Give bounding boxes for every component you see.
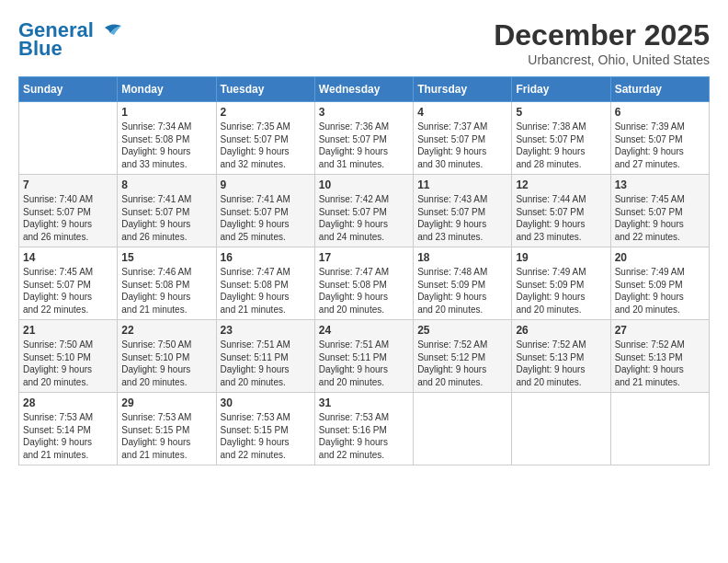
day-number: 25	[417, 324, 507, 337]
day-number: 5	[516, 106, 606, 119]
day-info: Sunrise: 7:34 AM Sunset: 5:08 PM Dayligh…	[121, 121, 211, 170]
day-info: Sunrise: 7:49 AM Sunset: 5:09 PM Dayligh…	[615, 266, 705, 316]
day-number: 20	[615, 251, 705, 264]
weekday-header-friday: Friday	[512, 77, 610, 102]
calendar-cell: 15Sunrise: 7:46 AM Sunset: 5:08 PM Dayli…	[118, 247, 216, 320]
calendar-cell: 23Sunrise: 7:51 AM Sunset: 5:11 PM Dayli…	[216, 320, 314, 393]
calendar-cell: 1Sunrise: 7:34 AM Sunset: 5:08 PM Daylig…	[118, 102, 216, 175]
day-number: 19	[516, 251, 606, 264]
weekday-header-monday: Monday	[118, 77, 216, 102]
day-number: 9	[221, 178, 311, 191]
logo: General Blue	[18, 18, 123, 61]
day-number: 30	[221, 396, 311, 409]
day-number: 15	[121, 251, 211, 264]
day-number: 1	[121, 106, 211, 119]
day-info: Sunrise: 7:40 AM Sunset: 5:07 PM Dayligh…	[23, 193, 113, 243]
calendar-week-row: 28Sunrise: 7:53 AM Sunset: 5:14 PM Dayli…	[19, 393, 710, 465]
calendar-cell: 9Sunrise: 7:41 AM Sunset: 5:07 PM Daylig…	[216, 175, 314, 247]
day-number: 6	[615, 106, 705, 119]
day-number: 16	[221, 251, 311, 264]
day-number: 8	[121, 178, 211, 191]
page-header: General Blue December 2025 Urbancrest, O…	[18, 18, 710, 67]
day-info: Sunrise: 7:50 AM Sunset: 5:10 PM Dayligh…	[23, 339, 113, 388]
calendar-cell: 7Sunrise: 7:40 AM Sunset: 5:07 PM Daylig…	[19, 175, 118, 247]
logo-bird-icon	[96, 20, 123, 40]
day-info: Sunrise: 7:35 AM Sunset: 5:07 PM Dayligh…	[221, 121, 311, 170]
calendar-body: 1Sunrise: 7:34 AM Sunset: 5:08 PM Daylig…	[19, 102, 710, 465]
logo-blue-text: Blue	[18, 37, 63, 61]
calendar-cell: 13Sunrise: 7:45 AM Sunset: 5:07 PM Dayli…	[610, 175, 709, 247]
day-info: Sunrise: 7:53 AM Sunset: 5:15 PM Dayligh…	[121, 411, 211, 461]
day-number: 3	[319, 106, 409, 119]
day-info: Sunrise: 7:48 AM Sunset: 5:09 PM Dayligh…	[417, 266, 507, 316]
day-number: 21	[23, 324, 113, 337]
day-info: Sunrise: 7:52 AM Sunset: 5:13 PM Dayligh…	[516, 339, 606, 388]
calendar-cell: 17Sunrise: 7:47 AM Sunset: 5:08 PM Dayli…	[314, 247, 413, 320]
calendar-week-row: 7Sunrise: 7:40 AM Sunset: 5:07 PM Daylig…	[19, 175, 710, 247]
calendar-cell: 6Sunrise: 7:39 AM Sunset: 5:07 PM Daylig…	[610, 102, 709, 175]
calendar-cell: 18Sunrise: 7:48 AM Sunset: 5:09 PM Dayli…	[414, 247, 512, 320]
weekday-header-wednesday: Wednesday	[314, 77, 413, 102]
day-number: 28	[23, 396, 113, 409]
day-info: Sunrise: 7:47 AM Sunset: 5:08 PM Dayligh…	[319, 266, 409, 316]
weekday-header-sunday: Sunday	[19, 77, 118, 102]
day-info: Sunrise: 7:38 AM Sunset: 5:07 PM Dayligh…	[516, 121, 606, 170]
weekday-header-saturday: Saturday	[610, 77, 709, 102]
calendar-cell: 19Sunrise: 7:49 AM Sunset: 5:09 PM Dayli…	[512, 247, 610, 320]
calendar-cell: 24Sunrise: 7:51 AM Sunset: 5:11 PM Dayli…	[314, 320, 413, 393]
day-number: 4	[417, 106, 507, 119]
calendar-cell: 26Sunrise: 7:52 AM Sunset: 5:13 PM Dayli…	[512, 320, 610, 393]
day-info: Sunrise: 7:41 AM Sunset: 5:07 PM Dayligh…	[121, 193, 211, 243]
weekday-header-thursday: Thursday	[414, 77, 512, 102]
weekday-header-row: SundayMondayTuesdayWednesdayThursdayFrid…	[19, 77, 710, 102]
calendar-cell: 2Sunrise: 7:35 AM Sunset: 5:07 PM Daylig…	[216, 102, 314, 175]
calendar-cell: 8Sunrise: 7:41 AM Sunset: 5:07 PM Daylig…	[118, 175, 216, 247]
day-number: 31	[319, 396, 409, 409]
calendar-header: SundayMondayTuesdayWednesdayThursdayFrid…	[19, 77, 710, 102]
calendar-cell: 10Sunrise: 7:42 AM Sunset: 5:07 PM Dayli…	[314, 175, 413, 247]
day-info: Sunrise: 7:50 AM Sunset: 5:10 PM Dayligh…	[121, 339, 211, 388]
day-info: Sunrise: 7:36 AM Sunset: 5:07 PM Dayligh…	[319, 121, 409, 170]
day-number: 23	[221, 324, 311, 337]
day-number: 18	[417, 251, 507, 264]
day-info: Sunrise: 7:39 AM Sunset: 5:07 PM Dayligh…	[615, 121, 705, 170]
calendar-cell: 29Sunrise: 7:53 AM Sunset: 5:15 PM Dayli…	[118, 393, 216, 465]
day-info: Sunrise: 7:43 AM Sunset: 5:07 PM Dayligh…	[417, 193, 507, 243]
day-info: Sunrise: 7:46 AM Sunset: 5:08 PM Dayligh…	[121, 266, 211, 316]
day-number: 27	[615, 324, 705, 337]
calendar-cell: 5Sunrise: 7:38 AM Sunset: 5:07 PM Daylig…	[512, 102, 610, 175]
calendar-cell: 27Sunrise: 7:52 AM Sunset: 5:13 PM Dayli…	[610, 320, 709, 393]
calendar-table: SundayMondayTuesdayWednesdayThursdayFrid…	[18, 76, 710, 465]
calendar-cell: 4Sunrise: 7:37 AM Sunset: 5:07 PM Daylig…	[414, 102, 512, 175]
day-number: 11	[417, 178, 507, 191]
calendar-cell: 30Sunrise: 7:53 AM Sunset: 5:15 PM Dayli…	[216, 393, 314, 465]
day-info: Sunrise: 7:49 AM Sunset: 5:09 PM Dayligh…	[516, 266, 606, 316]
day-info: Sunrise: 7:51 AM Sunset: 5:11 PM Dayligh…	[319, 339, 409, 388]
calendar-cell: 3Sunrise: 7:36 AM Sunset: 5:07 PM Daylig…	[314, 102, 413, 175]
day-info: Sunrise: 7:53 AM Sunset: 5:14 PM Dayligh…	[23, 411, 113, 461]
calendar-week-row: 1Sunrise: 7:34 AM Sunset: 5:08 PM Daylig…	[19, 102, 710, 175]
calendar-cell: 21Sunrise: 7:50 AM Sunset: 5:10 PM Dayli…	[19, 320, 118, 393]
calendar-cell	[19, 102, 118, 175]
day-number: 24	[319, 324, 409, 337]
location: Urbancrest, Ohio, United States	[494, 52, 710, 67]
calendar-cell	[610, 393, 709, 465]
day-info: Sunrise: 7:44 AM Sunset: 5:07 PM Dayligh…	[516, 193, 606, 243]
day-info: Sunrise: 7:41 AM Sunset: 5:07 PM Dayligh…	[221, 193, 311, 243]
day-info: Sunrise: 7:45 AM Sunset: 5:07 PM Dayligh…	[23, 266, 113, 316]
calendar-cell: 16Sunrise: 7:47 AM Sunset: 5:08 PM Dayli…	[216, 247, 314, 320]
day-info: Sunrise: 7:52 AM Sunset: 5:12 PM Dayligh…	[417, 339, 507, 388]
day-info: Sunrise: 7:45 AM Sunset: 5:07 PM Dayligh…	[615, 193, 705, 243]
day-number: 2	[221, 106, 311, 119]
day-number: 29	[121, 396, 211, 409]
day-number: 13	[615, 178, 705, 191]
calendar-cell: 28Sunrise: 7:53 AM Sunset: 5:14 PM Dayli…	[19, 393, 118, 465]
calendar-cell: 25Sunrise: 7:52 AM Sunset: 5:12 PM Dayli…	[414, 320, 512, 393]
calendar-cell: 20Sunrise: 7:49 AM Sunset: 5:09 PM Dayli…	[610, 247, 709, 320]
calendar-cell: 31Sunrise: 7:53 AM Sunset: 5:16 PM Dayli…	[314, 393, 413, 465]
day-info: Sunrise: 7:37 AM Sunset: 5:07 PM Dayligh…	[417, 121, 507, 170]
day-number: 12	[516, 178, 606, 191]
calendar-cell	[512, 393, 610, 465]
day-info: Sunrise: 7:47 AM Sunset: 5:08 PM Dayligh…	[221, 266, 311, 316]
calendar-week-row: 21Sunrise: 7:50 AM Sunset: 5:10 PM Dayli…	[19, 320, 710, 393]
